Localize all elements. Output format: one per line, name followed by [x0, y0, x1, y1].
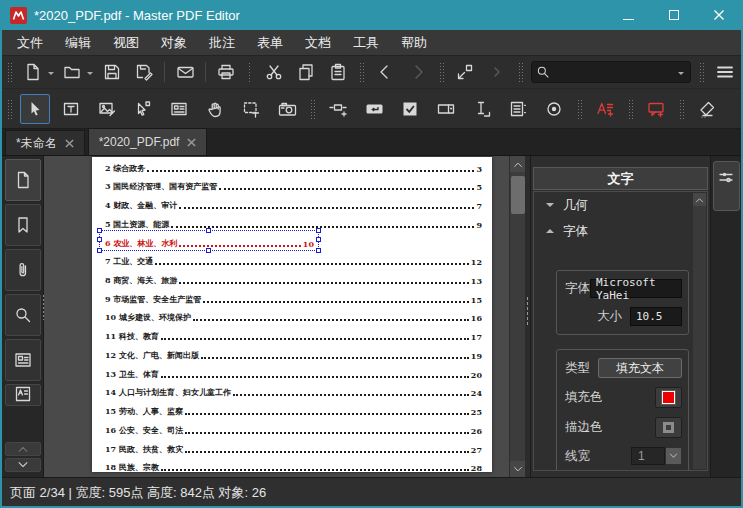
- sidebar-signature-button[interactable]: [5, 384, 41, 406]
- text-field-button[interactable]: [467, 94, 497, 124]
- toolbar-grip[interactable]: [359, 62, 364, 82]
- selection-handle[interactable]: [97, 237, 102, 242]
- type-dropdown[interactable]: 填充文本: [598, 358, 682, 378]
- tab-2020-pdf[interactable]: *2020_PDF.pdf: [88, 128, 208, 155]
- section-geometry[interactable]: 几何: [534, 192, 707, 218]
- email-button[interactable]: [172, 59, 198, 85]
- toc-entry[interactable]: 17 民政、扶贫、救灾 27: [92, 438, 492, 457]
- fill-color-button[interactable]: [655, 387, 682, 408]
- sidebar-pages-button[interactable]: [5, 159, 41, 201]
- menu-tools[interactable]: 工具: [342, 30, 390, 55]
- toc-entry[interactable]: 7 工业、交通 12: [92, 251, 492, 270]
- menu-comment[interactable]: 批注: [198, 30, 246, 55]
- sidebar-bookmarks-button[interactable]: [5, 204, 41, 246]
- sidebar-scroll-up-button[interactable]: [5, 442, 41, 456]
- sidebar-search-button[interactable]: [5, 294, 41, 336]
- sidebar-form-fields-button[interactable]: [5, 339, 41, 381]
- scroll-down-button[interactable]: [510, 461, 525, 477]
- edit-forms-tool-button[interactable]: [164, 94, 194, 124]
- fit-page-button[interactable]: [452, 59, 478, 85]
- toc-entry[interactable]: 10 城乡建设、环境保护 16: [92, 307, 492, 326]
- main-menu-button[interactable]: [712, 59, 738, 85]
- panel-scrollbar[interactable]: [693, 193, 706, 469]
- toolbar-grip[interactable]: [439, 62, 444, 82]
- toc-entry[interactable]: 6 农业、林业、水利 10: [92, 232, 492, 251]
- toolbar-grip[interactable]: [7, 62, 12, 82]
- document-view[interactable]: 2 综合政务 3 3 国民经济管理、国有资产监管 5: [44, 156, 525, 477]
- tab-close-icon[interactable]: [187, 138, 196, 147]
- toolbar-grip[interactable]: [577, 99, 582, 119]
- line-width-value[interactable]: 1: [631, 447, 665, 465]
- new-document-dropdown-icon[interactable]: [48, 72, 54, 78]
- toc-entry[interactable]: 3 国民经济管理、国有资产监管 5: [92, 176, 492, 195]
- stroke-color-button[interactable]: [655, 417, 682, 438]
- menu-file[interactable]: 文件: [6, 30, 54, 55]
- search-dropdown-icon[interactable]: [678, 72, 684, 78]
- eraser-button[interactable]: [692, 94, 722, 124]
- tab-close-icon[interactable]: [65, 139, 74, 148]
- splitter-handle[interactable]: [526, 296, 529, 326]
- next-view-button[interactable]: [484, 59, 510, 85]
- toolbar-grip[interactable]: [7, 99, 12, 119]
- scrollbar-thumb[interactable]: [511, 176, 525, 214]
- section-font[interactable]: 字体: [534, 218, 707, 244]
- tab-untitled[interactable]: *未命名: [5, 130, 85, 155]
- listbox-field-button[interactable]: [503, 94, 533, 124]
- menu-document[interactable]: 文档: [294, 30, 342, 55]
- toc-entry[interactable]: 13 卫生、体育 20: [92, 363, 492, 382]
- menu-view[interactable]: 视图: [102, 30, 150, 55]
- close-button[interactable]: [696, 0, 741, 30]
- selection-handle[interactable]: [206, 228, 211, 233]
- toolbar-grip[interactable]: [628, 99, 633, 119]
- font-size-field[interactable]: 10.5: [630, 307, 682, 326]
- copy-button[interactable]: [293, 59, 319, 85]
- toolbar-grip[interactable]: [699, 62, 704, 82]
- toolbar-grip[interactable]: [310, 99, 315, 119]
- toc-entry[interactable]: 4 财政、金融、审计 7: [92, 194, 492, 213]
- line-width-dropdown-button[interactable]: [665, 447, 682, 465]
- menu-object[interactable]: 对象: [150, 30, 198, 55]
- edit-image-tool-button[interactable]: [92, 94, 122, 124]
- line-width-spinner[interactable]: 1: [631, 447, 682, 465]
- search-input[interactable]: [550, 65, 679, 79]
- font-name-field[interactable]: Microsoft YaHei: [590, 279, 682, 298]
- menu-help[interactable]: 帮助: [390, 30, 438, 55]
- back-button[interactable]: [372, 59, 398, 85]
- sidebar-attachments-button[interactable]: [5, 249, 41, 291]
- hand-tool-button[interactable]: [200, 94, 230, 124]
- selection-handle[interactable]: [316, 237, 321, 242]
- new-document-button[interactable]: [20, 59, 46, 85]
- open-dropdown-icon[interactable]: [87, 72, 93, 78]
- properties-tab[interactable]: [713, 161, 740, 211]
- highlight-text-button[interactable]: [590, 94, 620, 124]
- sticky-note-button[interactable]: [641, 94, 671, 124]
- search-box[interactable]: [531, 61, 691, 83]
- radiobutton-field-button[interactable]: [539, 94, 569, 124]
- toc-entry[interactable]: 2 综合政务 3: [92, 157, 492, 176]
- toc-entry[interactable]: 14 人口与计划生育、妇女儿童工作 24: [92, 382, 492, 401]
- paste-button[interactable]: [325, 59, 351, 85]
- sidebar-scroll-down-button[interactable]: [5, 458, 41, 472]
- toc-entry[interactable]: 15 劳动、人事、监察 25: [92, 400, 492, 419]
- minimize-button[interactable]: [606, 0, 651, 30]
- button-field-button[interactable]: [359, 94, 389, 124]
- toc-entry[interactable]: 8 商贸、海关、旅游 13: [92, 269, 492, 288]
- save-button[interactable]: [98, 59, 124, 85]
- select-area-tool-button[interactable]: [236, 94, 266, 124]
- combobox-field-button[interactable]: [431, 94, 461, 124]
- toc-entry[interactable]: 9 市场监管、安全生产监管 15: [92, 288, 492, 307]
- selection-handle[interactable]: [316, 228, 321, 233]
- print-button[interactable]: [213, 59, 239, 85]
- selection-handle[interactable]: [97, 228, 102, 233]
- cut-button[interactable]: [260, 59, 286, 85]
- toc-entry[interactable]: 11 科技、教育 17: [92, 325, 492, 344]
- forward-button[interactable]: [404, 59, 430, 85]
- edit-text-tool-button[interactable]: [56, 94, 86, 124]
- open-button[interactable]: [59, 59, 85, 85]
- menu-edit[interactable]: 编辑: [54, 30, 102, 55]
- toc-entry[interactable]: 12 文化、广电、新闻出版 19: [92, 344, 492, 363]
- link-field-button[interactable]: [323, 94, 353, 124]
- menu-forms[interactable]: 表单: [246, 30, 294, 55]
- toolbar-grip[interactable]: [518, 62, 523, 82]
- toc-entry[interactable]: 16 公安、安全、司法 26: [92, 419, 492, 438]
